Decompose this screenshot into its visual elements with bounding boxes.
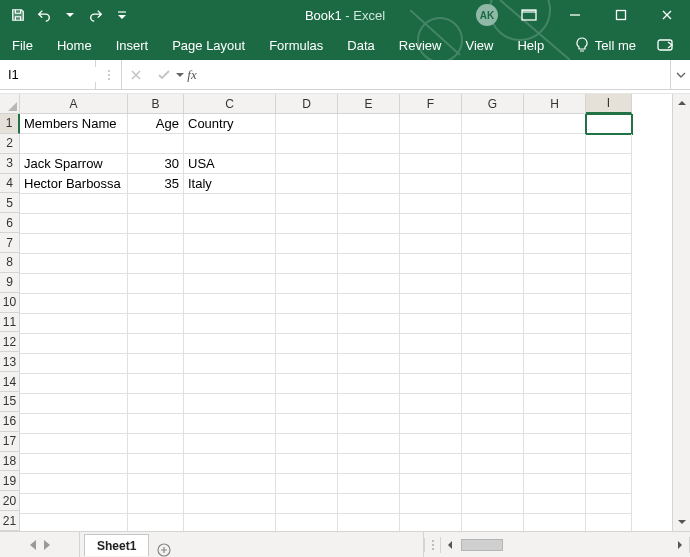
- cell-A17[interactable]: [20, 434, 128, 454]
- cell-G1[interactable]: [462, 114, 524, 134]
- cell-E20[interactable]: [338, 494, 400, 514]
- cell-A11[interactable]: [20, 314, 128, 334]
- tab-data[interactable]: Data: [335, 30, 386, 60]
- minimize-button[interactable]: [552, 0, 598, 30]
- cell-E18[interactable]: [338, 454, 400, 474]
- cell-H18[interactable]: [524, 454, 586, 474]
- col-header-H[interactable]: H: [524, 94, 586, 114]
- cell-H3[interactable]: [524, 154, 586, 174]
- cell-B7[interactable]: [128, 234, 184, 254]
- cell-E17[interactable]: [338, 434, 400, 454]
- cell-I13[interactable]: [586, 354, 632, 374]
- row-header-21[interactable]: 21: [0, 511, 20, 531]
- enter-formula-button[interactable]: [150, 60, 178, 89]
- tab-file[interactable]: File: [0, 30, 45, 60]
- cell-E3[interactable]: [338, 154, 400, 174]
- cell-G15[interactable]: [462, 394, 524, 414]
- cell-I5[interactable]: [586, 194, 632, 214]
- cell-G16[interactable]: [462, 414, 524, 434]
- cell-D13[interactable]: [276, 354, 338, 374]
- sheet-tab-sheet1[interactable]: Sheet1: [84, 534, 149, 556]
- cell-F2[interactable]: [400, 134, 462, 154]
- tab-help[interactable]: Help: [505, 30, 556, 60]
- cell-F21[interactable]: [400, 514, 462, 531]
- cell-F13[interactable]: [400, 354, 462, 374]
- cancel-formula-button[interactable]: [122, 60, 150, 89]
- cell-A12[interactable]: [20, 334, 128, 354]
- cell-G5[interactable]: [462, 194, 524, 214]
- cell-I6[interactable]: [586, 214, 632, 234]
- cell-I1[interactable]: [586, 114, 632, 134]
- cell-B21[interactable]: [128, 514, 184, 531]
- cell-E1[interactable]: [338, 114, 400, 134]
- cell-I16[interactable]: [586, 414, 632, 434]
- row-header-7[interactable]: 7: [0, 233, 20, 253]
- cell-B9[interactable]: [128, 274, 184, 294]
- cell-G17[interactable]: [462, 434, 524, 454]
- row-header-15[interactable]: 15: [0, 392, 20, 412]
- cell-C20[interactable]: [184, 494, 276, 514]
- cell-I2[interactable]: [586, 134, 632, 154]
- cell-B8[interactable]: [128, 254, 184, 274]
- cell-A7[interactable]: [20, 234, 128, 254]
- cell-E14[interactable]: [338, 374, 400, 394]
- row-header-11[interactable]: 11: [0, 313, 20, 333]
- expand-formula-bar-button[interactable]: [670, 60, 690, 89]
- cell-E21[interactable]: [338, 514, 400, 531]
- cell-A8[interactable]: [20, 254, 128, 274]
- row-header-13[interactable]: 13: [0, 352, 20, 372]
- formula-input[interactable]: [206, 60, 670, 89]
- tell-me-search[interactable]: Tell me: [569, 30, 642, 60]
- row-header-4[interactable]: 4: [0, 174, 20, 194]
- cell-B2[interactable]: [128, 134, 184, 154]
- row-header-19[interactable]: 19: [0, 471, 20, 491]
- cell-A20[interactable]: [20, 494, 128, 514]
- tab-page-layout[interactable]: Page Layout: [160, 30, 257, 60]
- cell-F7[interactable]: [400, 234, 462, 254]
- undo-dropdown-icon[interactable]: [58, 3, 82, 27]
- cell-H4[interactable]: [524, 174, 586, 194]
- cell-D8[interactable]: [276, 254, 338, 274]
- col-header-E[interactable]: E: [338, 94, 400, 114]
- cell-G14[interactable]: [462, 374, 524, 394]
- cell-H1[interactable]: [524, 114, 586, 134]
- cell-F16[interactable]: [400, 414, 462, 434]
- tab-home[interactable]: Home: [45, 30, 104, 60]
- cell-E5[interactable]: [338, 194, 400, 214]
- cell-A6[interactable]: [20, 214, 128, 234]
- cells-area[interactable]: Members NameAgeCountryJack Sparrow30USAH…: [20, 114, 672, 531]
- cell-C15[interactable]: [184, 394, 276, 414]
- new-sheet-button[interactable]: [149, 543, 179, 557]
- row-header-1[interactable]: 1: [0, 114, 20, 134]
- cell-H11[interactable]: [524, 314, 586, 334]
- cell-D9[interactable]: [276, 274, 338, 294]
- cell-D19[interactable]: [276, 474, 338, 494]
- cell-F4[interactable]: [400, 174, 462, 194]
- cell-I17[interactable]: [586, 434, 632, 454]
- cell-I10[interactable]: [586, 294, 632, 314]
- cell-E11[interactable]: [338, 314, 400, 334]
- cell-D10[interactable]: [276, 294, 338, 314]
- cell-A3[interactable]: Jack Sparrow: [20, 154, 128, 174]
- cell-F14[interactable]: [400, 374, 462, 394]
- cell-A18[interactable]: [20, 454, 128, 474]
- tab-review[interactable]: Review: [387, 30, 454, 60]
- cell-G3[interactable]: [462, 154, 524, 174]
- cell-I21[interactable]: [586, 514, 632, 531]
- cell-A21[interactable]: [20, 514, 128, 531]
- cell-E13[interactable]: [338, 354, 400, 374]
- cell-F15[interactable]: [400, 394, 462, 414]
- maximize-button[interactable]: [598, 0, 644, 30]
- cell-D3[interactable]: [276, 154, 338, 174]
- select-all-button[interactable]: [0, 94, 20, 114]
- tab-insert[interactable]: Insert: [104, 30, 161, 60]
- cell-D4[interactable]: [276, 174, 338, 194]
- cell-F11[interactable]: [400, 314, 462, 334]
- cell-B13[interactable]: [128, 354, 184, 374]
- cell-C21[interactable]: [184, 514, 276, 531]
- row-header-16[interactable]: 16: [0, 412, 20, 432]
- cell-B6[interactable]: [128, 214, 184, 234]
- cell-B3[interactable]: 30: [128, 154, 184, 174]
- cell-D2[interactable]: [276, 134, 338, 154]
- cell-I20[interactable]: [586, 494, 632, 514]
